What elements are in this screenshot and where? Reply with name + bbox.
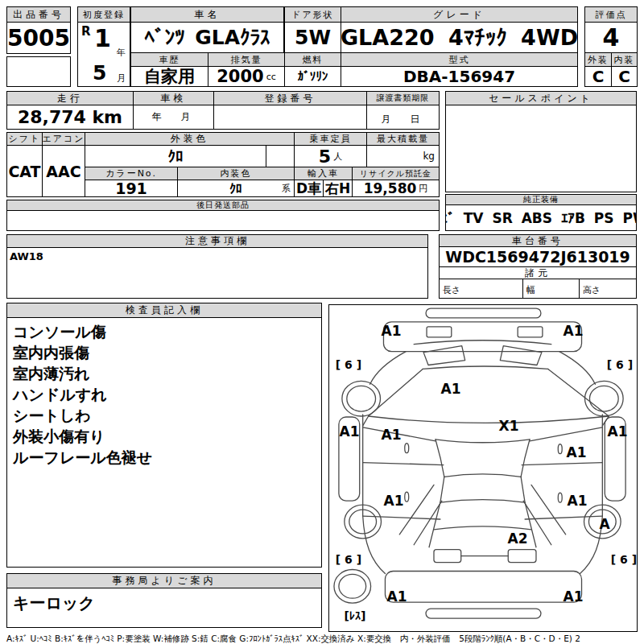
fuel-value: ｶﾞｿﾘﾝ (284, 66, 341, 87)
inspection-header: 車検 (133, 91, 214, 105)
damage-label-front-door-left: A1 (382, 427, 402, 443)
mileage-header: 走行 (6, 91, 134, 105)
damage-label-rear-bumper-right: A1 (564, 588, 584, 605)
era-code: R (81, 24, 91, 39)
capacity-number: 5 (319, 147, 331, 167)
exterior-color-suffix-cell (266, 145, 295, 167)
aircon-value: AAC (42, 145, 85, 197)
max-load-header: 最大積載量 (366, 132, 440, 146)
model-code-header: 型式 (341, 52, 578, 67)
lot-number-value: 5005 (6, 22, 71, 54)
office-content: キーロック (13, 592, 95, 614)
interior-color-suffix: 系 (282, 183, 291, 195)
sales-point-box (445, 91, 637, 192)
damage-label-rear-door-right: A1 (568, 493, 588, 509)
transfer-deadline-value: 月 日 (366, 105, 440, 130)
inspector-note-line: 室内薄汚れ (8, 363, 319, 384)
shift-header: シフト (6, 132, 43, 146)
import-type-value: D車 (294, 180, 324, 197)
notes-content: AW18 (10, 250, 43, 262)
month-unit: 月 (117, 72, 126, 85)
tire-depth-front-left: [ 6 ] (336, 358, 361, 371)
damage-label-rear-door-left: A1 (384, 493, 404, 509)
damage-diagram: A1 A1 [ 6 ] [ 6 ] A1 X1 A1 A1 A1 A1 A1 A… (328, 304, 638, 632)
spare-tire-label: [ﾚｽ] (345, 609, 366, 622)
recycle-deposit-header: リサイクル預託金 (352, 167, 440, 180)
interior-grade-value: C (611, 66, 638, 87)
tire-depth-rear-right: [ 6 ] (611, 553, 637, 566)
inspector-header: 検査員記入欄 (6, 303, 322, 318)
inspector-notes: コンソール傷 室内内張傷 室内薄汚れ ハンドルすれ シートしわ 外装小傷有り ル… (8, 321, 319, 468)
notes-header: 注意事項欄 (6, 234, 428, 248)
grade-header: グレード (341, 6, 578, 23)
office-header: 事務局よりご案内 (6, 573, 322, 588)
year-unit: 年 (117, 47, 126, 59)
grade-value: GLA220 4ﾏﾁｯｸ 4WD (341, 22, 578, 53)
recycle-deposit-value: 19,580円 (352, 180, 440, 197)
displacement-unit: cc (266, 72, 276, 82)
inspector-note-line: ルーフレール色褪せ (8, 447, 319, 468)
color-no-header: カラーNo. (85, 167, 178, 180)
spec-width-cell: 幅 (522, 279, 580, 299)
spec-width-label: 幅 (526, 284, 535, 296)
inspector-note-line: 室内内張傷 (8, 342, 319, 363)
damage-label-rear-bumper-left: A1 (387, 588, 407, 605)
fuel-header: 燃料 (284, 52, 341, 67)
inspector-note-line: ハンドルすれ (8, 384, 319, 405)
inspector-note-line: シートしわ (8, 405, 319, 426)
interior-grade-header: 内装 (611, 52, 638, 67)
lot-empty-box (6, 56, 71, 87)
displacement-value: 2000cc (208, 66, 285, 87)
door-shape-value: 5W (284, 22, 341, 53)
damage-label-fender-left: A1 (340, 423, 360, 440)
import-handle-value: 右H (323, 180, 353, 197)
vin-value: WDC1569472J613019 (439, 246, 637, 267)
exterior-grade-value: C (584, 66, 612, 87)
equipment-header: 純正装備 (445, 194, 637, 205)
first-registration-header: 初度登録 (77, 6, 130, 23)
spec-length-cell: 長さ (439, 279, 523, 299)
score-header: 評価点 (584, 6, 638, 23)
transfer-deadline-header: 譲渡書類期限 (366, 91, 440, 105)
damage-label-front-bumper-left: A1 (382, 323, 402, 339)
mileage-value: 28,774 km (6, 105, 134, 130)
damage-label-fender-right: A1 (608, 423, 628, 440)
exterior-color-header: 外装色 (85, 132, 295, 146)
exterior-color-value: ｸﾛ (85, 145, 266, 167)
capacity-unit: 人 (333, 151, 342, 163)
auction-sheet: 出品番号 5005 初度登録 R 1 年 5 月 車名 ﾍﾞﾝﾂ GLAｸﾗｽ … (0, 0, 644, 644)
equipment-value: ﾅﾋﾞ TV SR ABS ｴｱB PS PW (445, 204, 637, 231)
model-code-value: DBA-156947 (341, 66, 578, 87)
registration-number-value (213, 105, 367, 130)
recycle-amount: 19,580 (364, 180, 417, 196)
recycle-unit: 円 (419, 183, 427, 195)
registration-number-header: 登録番号 (213, 91, 367, 105)
history-value: 自家用 (130, 66, 208, 87)
tire-depth-front-right: [ 6 ] (607, 358, 633, 371)
displacement-header: 排気量 (208, 52, 285, 67)
legend-text: A:ｷｽﾞ U:ﾍｺﾐ B:ｷｽﾞを伴うﾍｺﾐ P:要塗装 W:補修跡 S:錆 … (6, 634, 641, 644)
car-name-value: ﾍﾞﾝﾂ GLAｸﾗｽ (130, 22, 284, 53)
max-load-value: kg (366, 145, 440, 167)
displacement-number: 2000 (217, 67, 263, 86)
damage-label-front-bumper-right: A1 (564, 323, 584, 339)
capacity-value: 5人 (294, 145, 367, 167)
damage-label-front-door-right: A1 (567, 444, 587, 460)
spec-length-label: 長さ (443, 284, 460, 296)
sales-point-header: セールスポイント (445, 91, 637, 105)
first-registration-value: R 1 年 5 月 (77, 22, 130, 87)
spec-height-cell: 高さ (579, 279, 637, 299)
capacity-header: 乗車定員 (294, 132, 367, 146)
inspector-note-line: コンソール傷 (8, 321, 319, 342)
car-name-header: 車名 (130, 6, 284, 23)
inspector-note-line: 外装小傷有り (8, 426, 319, 447)
reg-month: 5 (93, 61, 106, 85)
tire-depth-rear-left: [ 6 ] (336, 553, 361, 566)
aircon-header: エアコン (42, 132, 85, 146)
later-shipping-parts-value (6, 210, 440, 231)
damage-label-rear-wheel-right: A (599, 516, 609, 532)
interior-color-value: ｸﾛ系 (177, 180, 295, 197)
interior-color-name: ｸﾛ (229, 181, 242, 196)
damage-label-tailgate: A2 (508, 530, 528, 547)
reg-year: 1 (94, 24, 111, 52)
